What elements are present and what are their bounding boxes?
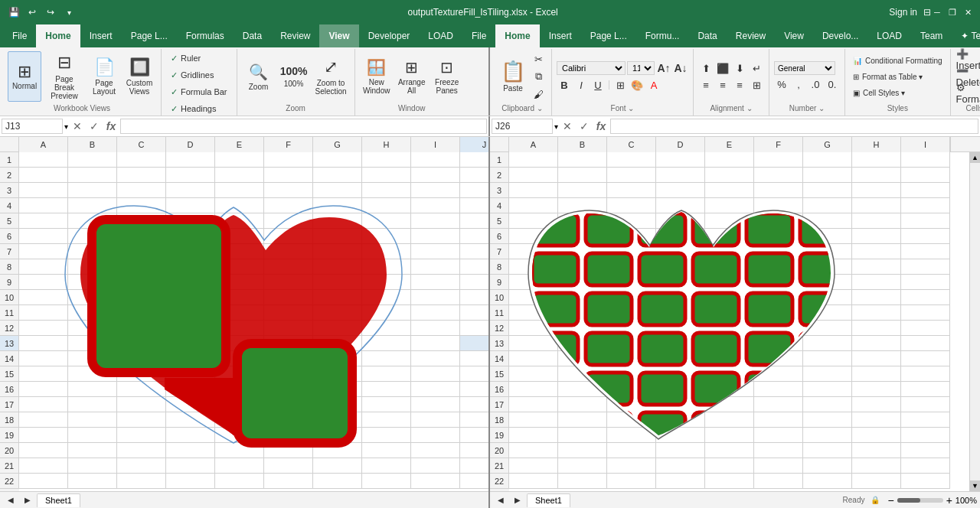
cell-18-8-left[interactable] xyxy=(362,412,411,428)
format-btn[interactable]: ⚙ Format xyxy=(956,86,980,101)
cell-18-2-left[interactable] xyxy=(68,412,117,428)
cell-5-2-left[interactable] xyxy=(68,213,117,229)
cell-17-6-right[interactable] xyxy=(754,397,803,412)
cell-13-2-left[interactable] xyxy=(68,336,117,351)
cell-21-6-left[interactable] xyxy=(264,458,313,474)
minimize-btn[interactable]: ─ xyxy=(931,6,943,18)
cell-8-2-left[interactable] xyxy=(68,259,117,275)
cell-4-6-right[interactable] xyxy=(754,198,803,213)
cell-9-3-left[interactable] xyxy=(117,275,166,290)
cell-17-9-left[interactable] xyxy=(411,397,460,412)
cell-10-7-left[interactable] xyxy=(313,290,362,305)
col-a-left[interactable]: A xyxy=(19,137,68,152)
cell-20-5-right[interactable] xyxy=(705,443,754,458)
cell-6-9-right[interactable] xyxy=(901,229,950,244)
cell-10-3-left[interactable] xyxy=(117,290,166,305)
alignment-expand[interactable]: ⌄ xyxy=(746,104,753,112)
number-format-select[interactable]: General xyxy=(774,61,835,75)
cell-9-9-left[interactable] xyxy=(411,275,460,290)
cell-7-4-right[interactable] xyxy=(656,244,705,259)
cell-3-1-right[interactable] xyxy=(509,183,558,198)
cell-16-8-right[interactable] xyxy=(852,382,901,397)
cell-2-2-left[interactable] xyxy=(68,168,117,183)
cell-13-9-left[interactable] xyxy=(411,336,460,351)
cell-3-9-left[interactable] xyxy=(411,183,460,198)
zoom-out-btn[interactable]: − xyxy=(887,494,893,506)
tab-load[interactable]: LOAD xyxy=(419,24,462,47)
cell-1-3-left[interactable] xyxy=(117,152,166,168)
cell-3-4-left[interactable] xyxy=(166,183,215,198)
cell-20-4-right[interactable] xyxy=(656,443,705,458)
clipboard-expand[interactable]: ⌄ xyxy=(537,104,543,112)
cell-18-3-right[interactable] xyxy=(607,412,656,428)
cell-18-5-right[interactable] xyxy=(705,412,754,428)
copy-btn[interactable]: ⧉ xyxy=(530,68,547,85)
cell-8-3-right[interactable] xyxy=(607,259,656,275)
cell-4-6-left[interactable] xyxy=(264,198,313,213)
row-10-right[interactable]: 10 xyxy=(490,290,509,305)
right-confirm-btn[interactable]: ✓ xyxy=(577,119,592,134)
cell-7-9-left[interactable] xyxy=(411,244,460,259)
cell-18-7-left[interactable] xyxy=(313,412,362,428)
cell-8-7-left[interactable] xyxy=(313,259,362,275)
border-btn[interactable]: ⊞ xyxy=(612,77,628,93)
cell-14-8-left[interactable] xyxy=(362,351,411,366)
cell-1-4-right[interactable] xyxy=(656,152,705,168)
cell-10-6-right[interactable] xyxy=(754,290,803,305)
font-name-select[interactable]: Calibri xyxy=(557,61,626,75)
row-18-right[interactable]: 18 xyxy=(490,412,509,428)
cell-8-1-left[interactable] xyxy=(19,259,68,275)
cell-14-5-right[interactable] xyxy=(705,351,754,366)
zoom-in-btn[interactable]: + xyxy=(946,494,952,506)
row-11-right[interactable]: 11 xyxy=(490,305,509,321)
cell-13-2-right[interactable] xyxy=(558,336,607,351)
cell-15-9-right[interactable] xyxy=(901,366,950,382)
row-1-left[interactable]: 1 xyxy=(0,152,19,168)
cell-15-4-left[interactable] xyxy=(166,366,215,382)
cell-19-8-left[interactable] xyxy=(362,428,411,443)
paste-btn[interactable]: 📋 Paste xyxy=(498,51,528,102)
row-2-right[interactable]: 2 xyxy=(490,168,509,183)
cell-21-2-left[interactable] xyxy=(68,458,117,474)
cell-16-5-right[interactable] xyxy=(705,382,754,397)
cell-17-5-right[interactable] xyxy=(705,397,754,412)
row-13-right[interactable]: 13 xyxy=(490,336,509,351)
cell-4-7-left[interactable] xyxy=(313,198,362,213)
tab-data-right[interactable]: Data xyxy=(688,24,726,47)
cell-3-3-left[interactable] xyxy=(117,183,166,198)
align-top-btn[interactable]: ⬆ xyxy=(698,60,714,76)
cell-16-4-right[interactable] xyxy=(656,382,705,397)
cell-16-7-left[interactable] xyxy=(313,382,362,397)
cell-14-2-left[interactable] xyxy=(68,351,117,366)
cell-8-9-right[interactable] xyxy=(901,259,950,275)
row-19-left[interactable]: 19 xyxy=(0,428,19,443)
cell-19-5-right[interactable] xyxy=(705,428,754,443)
cell-3-5-left[interactable] xyxy=(215,183,264,198)
cell-20-6-right[interactable] xyxy=(754,443,803,458)
cell-10-2-right[interactable] xyxy=(558,290,607,305)
cell-9-3-right[interactable] xyxy=(607,275,656,290)
cell-19-9-right[interactable] xyxy=(901,428,950,443)
cell-12-7-left[interactable] xyxy=(313,321,362,336)
cell-12-5-right[interactable] xyxy=(705,321,754,336)
cell-1-9-right[interactable] xyxy=(901,152,950,168)
cell-6-10-left[interactable] xyxy=(460,229,488,244)
cell-10-1-left[interactable] xyxy=(19,290,68,305)
cell-7-1-right[interactable] xyxy=(509,244,558,259)
cell-5-4-left[interactable] xyxy=(166,213,215,229)
cell-22-3-right[interactable] xyxy=(607,474,656,489)
cell-17-4-right[interactable] xyxy=(656,397,705,412)
redo-icon[interactable]: ↪ xyxy=(43,5,58,20)
cell-14-1-left[interactable] xyxy=(19,351,68,366)
cell-20-7-right[interactable] xyxy=(803,443,852,458)
cell-18-2-right[interactable] xyxy=(558,412,607,428)
scroll-up-btn[interactable]: ▲ xyxy=(970,152,980,163)
cell-18-10-left[interactable] xyxy=(460,412,488,428)
tab-developer[interactable]: Developer xyxy=(359,24,420,47)
left-expand-icon[interactable]: ▾ xyxy=(64,122,68,131)
right-sheet-left-btn[interactable]: ◀ xyxy=(493,493,508,508)
cell-8-2-right[interactable] xyxy=(558,259,607,275)
cell-22-2-right[interactable] xyxy=(558,474,607,489)
cell-16-5-left[interactable] xyxy=(215,382,264,397)
align-center-btn[interactable]: ≡ xyxy=(715,77,730,93)
